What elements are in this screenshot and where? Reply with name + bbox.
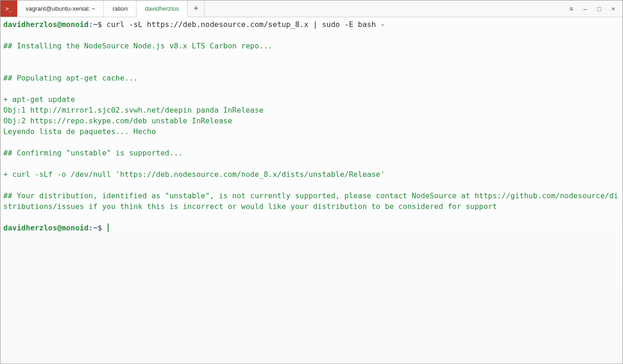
cursor-icon <box>108 223 109 232</box>
menu-icon[interactable]: ≡ <box>568 5 575 13</box>
window-controls: ≡ – □ × <box>562 0 623 17</box>
tab-2[interactable]: davidherzlos <box>137 0 188 17</box>
output-line-15: ## Your distribution, identified as "uns… <box>3 191 618 211</box>
output-line-7: Obj:1 http://mirror1.sjc02.svwh.net/deep… <box>3 106 264 115</box>
output-line-1: ## Installing the NodeSource Node.js v8.… <box>3 41 273 50</box>
prompt2-path: ~ <box>93 223 98 232</box>
tab-strip: vagrant@ubuntu-xenial: ~ ration davidher… <box>17 0 188 17</box>
output-line-6: + apt-get update <box>3 95 75 104</box>
titlebar-spacer <box>205 0 562 17</box>
output-line-8: Obj:2 https://repo.skype.com/deb unstabl… <box>3 116 232 125</box>
prompt-user: davidherzlos@monoid <box>3 20 89 29</box>
prompt2-user: davidherzlos@monoid <box>3 223 89 232</box>
prompt2-sep-dollar: $ <box>97 223 106 232</box>
output-line-11: ## Confirming "unstable" is supported... <box>3 148 183 157</box>
prompt-path: ~ <box>93 20 98 29</box>
minimize-button[interactable]: – <box>582 5 589 13</box>
tab-0[interactable]: vagrant@ubuntu-xenial: ~ <box>17 0 104 17</box>
prompt-sep-dollar: $ <box>97 20 106 29</box>
titlebar: >_ vagrant@ubuntu-xenial: ~ ration david… <box>0 0 623 17</box>
terminal-viewport[interactable]: davidherzlos@monoid:~$ curl -sL https://… <box>0 17 623 364</box>
output-line-9: Leyendo lista de paquetes... Hecho <box>3 127 156 136</box>
terminal-window: >_ vagrant@ubuntu-xenial: ~ ration david… <box>0 0 623 364</box>
command-text: curl -sL https://deb.nodesource.com/setu… <box>107 20 385 29</box>
prompt-sep-colon: : <box>89 20 93 29</box>
tab-1[interactable]: ration <box>104 0 137 17</box>
output-line-13: + curl -sLf -o /dev/null 'https://deb.no… <box>3 170 385 179</box>
maximize-button[interactable]: □ <box>596 5 603 13</box>
new-tab-button[interactable]: + <box>188 0 205 17</box>
prompt2-sep-colon: : <box>89 223 93 232</box>
app-icon: >_ <box>0 0 17 17</box>
close-button[interactable]: × <box>609 5 617 13</box>
output-line-4: ## Populating apt-get cache... <box>3 74 138 82</box>
